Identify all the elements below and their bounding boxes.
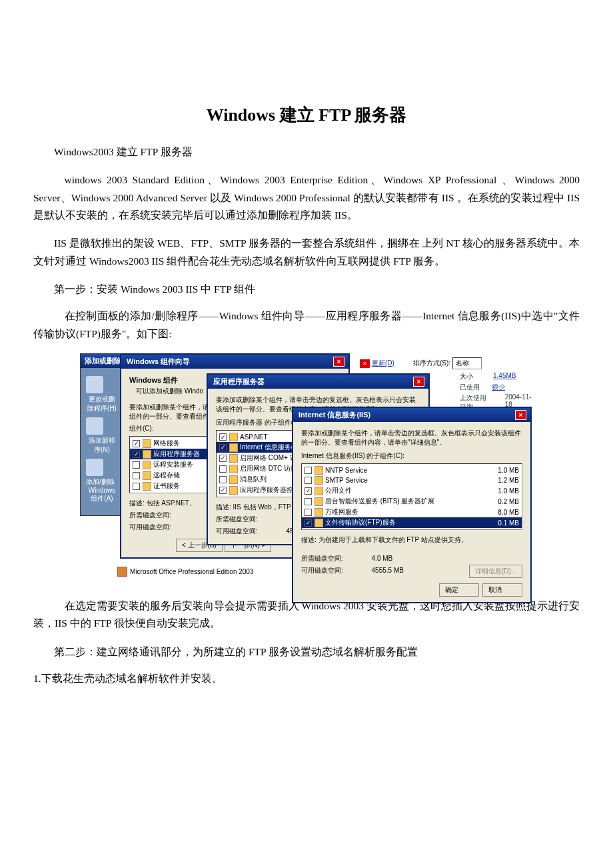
disk-req-label: 所需磁盘空间:	[301, 555, 343, 562]
disk-req-val: 4.0 MB	[372, 555, 393, 562]
paragraph: windows 2003 Standard Edition、Windows 20…	[33, 171, 580, 224]
list-item-size: 1.0 MB	[490, 467, 519, 474]
sidebar-item-label: 添加新程序(N)	[86, 436, 118, 455]
list-item-label: 公用文件	[325, 486, 490, 495]
list-item[interactable]: NNTP Service1.0 MB	[302, 465, 522, 475]
desc-text: 为创建用于上载和下载文件的 FTP 站点提供支持。	[318, 536, 468, 543]
ok-button[interactable]: 确定	[439, 583, 479, 597]
checkbox-icon[interactable]	[133, 461, 140, 469]
folder-icon	[314, 466, 323, 475]
sort-dropdown[interactable]: 名称	[452, 357, 482, 369]
window-icon	[86, 459, 103, 476]
sidebar-item-label: Windows 组件(A)	[86, 487, 118, 503]
col-used: 已使用	[460, 383, 480, 392]
list-item-size: 1.0 MB	[490, 487, 519, 495]
checkbox-icon[interactable]	[305, 487, 312, 495]
checkbox-icon[interactable]	[219, 476, 227, 483]
iis-prompt: 要添加或删除某个组件，请单击旁边的复选框。灰色框表示只会安装该组件的一部分。要查…	[301, 429, 522, 447]
close-icon[interactable]: ×	[515, 410, 526, 420]
desc-label: 描述:	[129, 499, 145, 507]
desc-label: 描述:	[301, 536, 316, 543]
screenshot-figure: 添加或删除程序 _ □ × 更改或删除程序(H) 添加新程序(N) 添加/	[80, 353, 533, 584]
sidebar-item-label: 添加/删除	[86, 477, 115, 487]
wizard-title: Windows 组件向导	[127, 357, 190, 367]
checkbox-icon[interactable]	[219, 465, 227, 473]
folder-icon	[229, 486, 238, 495]
list-item-label: 万维网服务	[325, 507, 490, 517]
col-size-val: 1.45MB	[493, 372, 516, 381]
list-item[interactable]: 后台智能传送服务 (BITS) 服务器扩展0.2 MB	[302, 496, 522, 507]
paragraph: IIS 是微软推出的架设 WEB、FTP、SMTP 服务器的一套整合系统组件，捆…	[33, 235, 580, 270]
checkbox-icon[interactable]	[305, 519, 312, 527]
list-item-label: 文件传输协议(FTP)服务	[325, 518, 490, 527]
checkbox-icon[interactable]	[219, 455, 227, 462]
intro-line: Windows2003 建立 FTP 服务器	[33, 143, 580, 161]
folder-icon	[314, 487, 323, 495]
folder-icon	[314, 508, 323, 517]
desc-label: 描述:	[216, 503, 231, 511]
details-button[interactable]: 详细信息(D)...	[469, 565, 522, 578]
checkbox-icon[interactable]	[133, 472, 140, 479]
disk-avail-label: 可用磁盘空间:	[301, 567, 343, 574]
sidebar-item-label: 更改或删除程序(H)	[86, 395, 118, 413]
cancel-button[interactable]: 取消	[482, 583, 522, 597]
checkbox-icon[interactable]	[305, 509, 312, 516]
list-item-size: 8.0 MB	[490, 509, 519, 516]
col-size: 大小	[460, 372, 473, 381]
checkbox-icon[interactable]	[133, 451, 140, 458]
folder-icon	[229, 465, 238, 473]
page-title: Windows 建立 FTP 服务器	[33, 103, 580, 127]
folder-icon	[143, 461, 151, 469]
checkbox-icon[interactable]	[305, 477, 312, 484]
checkbox-icon[interactable]	[219, 444, 227, 451]
list-item[interactable]: SMTP Service1.2 MB	[302, 475, 522, 485]
list-item-size: 1.2 MB	[490, 477, 519, 484]
app-name: Microsoft Office Professional Edition 20…	[130, 568, 253, 575]
step-heading: 第二步：建立网络通讯部分，为所建立的 FTP 服务设置动态域名解析服务配置	[33, 643, 580, 661]
desc-text: 包括 ASP.NET。	[147, 499, 196, 507]
close-icon[interactable]: ×	[360, 359, 370, 368]
iis-listbox[interactable]: NNTP Service1.0 MBSMTP Service1.2 MB公用文件…	[301, 463, 522, 530]
step-heading: 第一步：安装 Windows 2003 IIS 中 FTP 组件	[33, 281, 580, 298]
disk-avail-val: 4555.5 MB	[372, 567, 404, 574]
folder-icon	[143, 439, 151, 448]
disk-avail-label: 可用磁盘空间:	[216, 527, 258, 535]
folder-icon	[314, 497, 323, 506]
list-item-size: 0.1 MB	[490, 519, 519, 527]
folder-icon	[229, 443, 238, 452]
checkbox-icon[interactable]	[133, 483, 140, 490]
iis-window: Internet 信息服务(IIS) × 要添加或删除某个组件，请单击旁边的复选…	[292, 407, 532, 603]
checkbox-icon[interactable]	[219, 433, 227, 441]
close-icon[interactable]: ×	[333, 357, 344, 367]
appserver-title: 应用程序服务器	[213, 377, 265, 387]
folder-icon	[314, 519, 323, 527]
checkbox-icon[interactable]	[305, 498, 312, 505]
list-item-size: 0.2 MB	[490, 498, 519, 505]
office-icon	[117, 567, 127, 577]
disc-icon	[86, 417, 103, 435]
checkbox-icon[interactable]	[219, 487, 227, 494]
col-used-val: 很少	[492, 383, 505, 392]
checkbox-icon[interactable]	[133, 440, 140, 447]
close-icon[interactable]: ×	[413, 377, 424, 387]
box-icon	[86, 376, 103, 393]
list-item-label: 后台智能传送服务 (BITS) 服务器扩展	[325, 497, 490, 506]
folder-icon	[229, 454, 238, 463]
folder-icon	[314, 476, 323, 485]
iis-title: Internet 信息服务(IIS)	[299, 410, 370, 420]
sort-label: 排序方式(S):	[413, 359, 450, 368]
list-item[interactable]: 文件传输协议(FTP)服务0.1 MB	[302, 517, 522, 528]
list-item-label: NNTP Service	[325, 467, 490, 474]
folder-icon	[229, 475, 238, 484]
checkbox-icon[interactable]	[305, 467, 312, 474]
list-item[interactable]: 公用文件1.0 MB	[302, 485, 522, 496]
update-link[interactable]: 更新(D)	[372, 359, 394, 368]
paragraph: 1.下载花生壳动态域名解析软件并安装。	[33, 670, 580, 687]
folder-icon	[143, 450, 151, 459]
list-item[interactable]: 万维网服务8.0 MB	[302, 507, 522, 517]
folder-icon	[143, 471, 151, 480]
folder-icon	[229, 433, 238, 441]
list-item-label: SMTP Service	[325, 477, 490, 484]
list-label: Internet 信息服务(IIS) 的子组件(C):	[301, 451, 522, 461]
paragraph: 在控制面板的添加/删除程序——Windows 组件向导——应用程序服务器——In…	[33, 307, 580, 343]
